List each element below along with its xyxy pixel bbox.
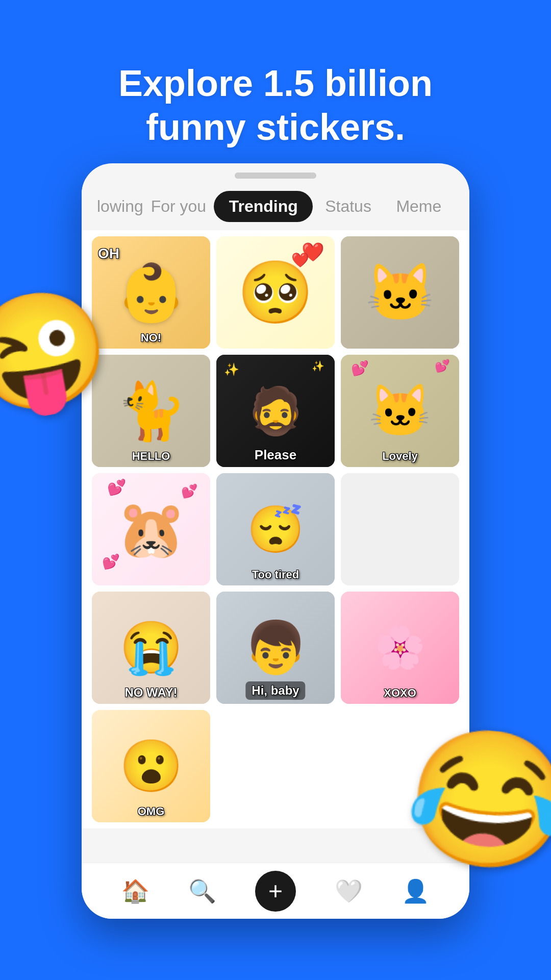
floating-emoji-right: 😂: [399, 715, 551, 885]
header: Explore 1.5 billion funny stickers.: [0, 0, 551, 180]
tab-trending[interactable]: Trending: [214, 191, 313, 222]
phone-notch: [235, 173, 316, 179]
tab-following[interactable]: lowing: [97, 193, 143, 220]
tab-meme[interactable]: Meme: [384, 193, 454, 220]
sticker-lovely-cat[interactable]: 🐱 💕 💕 Lovely: [341, 355, 459, 467]
header-title-line1: Explore 1.5 billion: [118, 63, 433, 104]
search-icon[interactable]: 🔍: [188, 878, 216, 904]
profile-icon[interactable]: 👤: [402, 878, 430, 904]
like-icon[interactable]: 🤍: [335, 878, 363, 904]
sticker-xoxo[interactable]: 🌸 XOXO: [341, 592, 459, 704]
tab-status[interactable]: Status: [313, 193, 383, 220]
sticker-empty-placeholder: [341, 473, 459, 585]
sticker-no-way[interactable]: 😭 NO WAY!: [92, 592, 210, 704]
sticker-grumpy-cat[interactable]: 🐱: [341, 236, 459, 349]
home-icon[interactable]: 🏠: [121, 878, 149, 904]
add-button[interactable]: +: [255, 871, 296, 912]
sticker-omg[interactable]: 😮 OMG: [92, 710, 210, 822]
sticker-too-tired[interactable]: 😴 Too tired: [216, 473, 335, 585]
tab-for-you[interactable]: For you: [143, 193, 214, 220]
sticker-hi-baby[interactable]: 👦 Hi, baby: [216, 592, 335, 704]
header-title-line2: funny stickers.: [146, 107, 405, 148]
sticker-baby-oh-no[interactable]: 👶 OH NO!: [92, 236, 210, 349]
sticker-sad-emoji[interactable]: 🥺 ❤️ ❤️: [216, 236, 335, 349]
sticker-please-man[interactable]: 🧔 Please ✨ ✨: [216, 355, 335, 467]
sticker-hamster-hearts[interactable]: 🐹 💕 💕 💕: [92, 473, 210, 585]
tab-bar: lowing For you Trending Status Meme: [82, 179, 469, 230]
